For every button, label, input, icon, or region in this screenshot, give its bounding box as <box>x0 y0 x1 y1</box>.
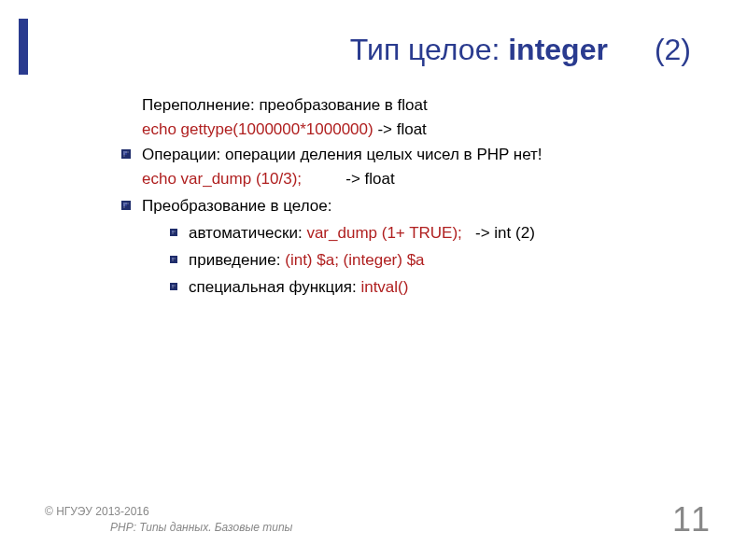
code-intval: intval() <box>360 278 408 296</box>
text-overflow-1: Переполнение: преобразование в float <box>142 96 428 114</box>
nested-list: автоматически: var_dump (1+ TRUE); -> in… <box>170 221 535 301</box>
bullet-conversion: Преобразование в целое: автоматически: v… <box>121 194 700 302</box>
title-prefix: Тип целое: <box>350 33 508 66</box>
text-conversion: Преобразование в целое: <box>142 197 331 215</box>
nested-cast-label: приведение: <box>189 251 285 269</box>
slide: Тип целое: integer(2) Переполнение: прео… <box>0 0 747 560</box>
nested-intval: специальная функция: intval() <box>170 275 535 300</box>
bullet-operations-body: Операции: операции деления целых чисел в… <box>142 143 543 192</box>
line-overflow-1: Переполнение: преобразование в float <box>142 93 700 118</box>
title-number: (2) <box>655 33 691 66</box>
page-number: 11 <box>672 500 710 539</box>
text-operations-tail: -> float <box>302 170 395 188</box>
code-vardump-div: echo var_dump (10/3); <box>142 170 302 188</box>
nested-auto: автоматически: var_dump (1+ TRUE); -> in… <box>170 221 535 245</box>
footer-copyright: © НГУЭУ 2013-2016 <box>45 505 292 520</box>
square-bullet-icon <box>170 256 177 263</box>
nested-cast: приведение: (int) $a; (integer) $a <box>170 248 535 273</box>
footer-subtitle: PHP: Типы данных. Базовые типы <box>110 521 292 536</box>
text-overflow-2-tail: -> float <box>374 120 427 138</box>
bullet-operations: Операции: операции деления целых чисел в… <box>121 143 700 192</box>
square-bullet-icon <box>121 149 131 159</box>
square-bullet-icon <box>170 283 177 290</box>
title-keyword: integer <box>508 33 608 66</box>
code-gettype: echo gettype(1000000*1000000) <box>142 120 374 138</box>
nested-intval-label: специальная функция: <box>189 278 360 296</box>
code-cast: (int) $a; (integer) $a <box>285 251 424 269</box>
nested-auto-tail: -> int (2) <box>462 224 535 242</box>
code-vardump-true: var_dump (1+ TRUE); <box>306 224 461 242</box>
slide-title: Тип целое: integer(2) <box>56 33 700 67</box>
slide-content: Переполнение: преобразование в float ech… <box>56 93 700 303</box>
square-bullet-icon <box>170 229 177 236</box>
text-operations-1: Операции: операции деления целых чисел в… <box>142 146 543 163</box>
square-bullet-icon <box>121 201 131 210</box>
nested-auto-label: автоматически: <box>189 224 306 242</box>
bullet-conversion-body: Преобразование в целое: автоматически: v… <box>142 194 535 302</box>
line-overflow-2: echo gettype(1000000*1000000) -> float <box>142 118 700 142</box>
accent-bar-icon <box>19 19 28 75</box>
footer: © НГУЭУ 2013-2016 PHP: Типы данных. Базо… <box>45 505 292 536</box>
